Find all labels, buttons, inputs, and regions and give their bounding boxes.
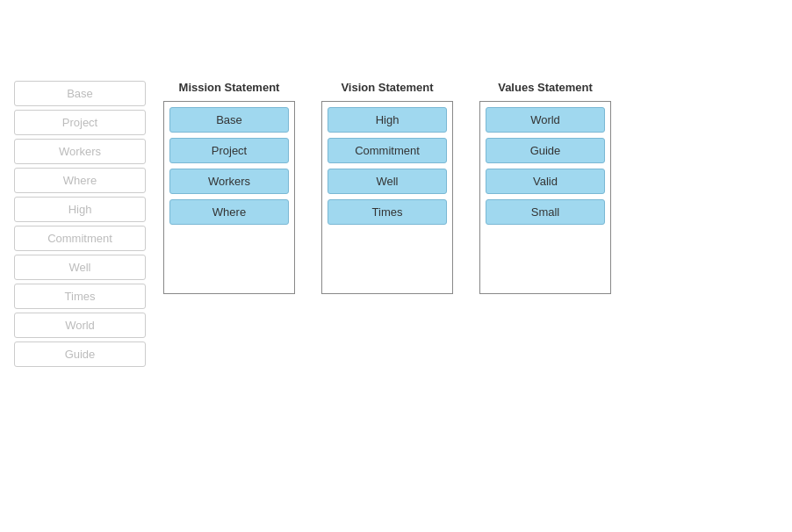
placed-term-commitment[interactable]: Commitment: [328, 138, 447, 163]
placed-term-project[interactable]: Project: [169, 138, 289, 163]
term-item-workers[interactable]: Workers: [14, 139, 146, 164]
terms-list: BaseProjectWorkersWhereHighCommitmentWel…: [14, 81, 146, 367]
term-item-guide[interactable]: Guide: [14, 341, 146, 367]
term-item-well[interactable]: Well: [14, 255, 146, 280]
placed-term-where[interactable]: Where: [169, 199, 289, 225]
drop-zone-values[interactable]: WorldGuideValidSmall: [479, 101, 611, 294]
placed-term-guide[interactable]: Guide: [486, 138, 605, 163]
drop-zone-title-values: Values Statement: [498, 81, 593, 94]
activity-area: BaseProjectWorkersWhereHighCommitmentWel…: [14, 81, 778, 367]
placed-term-high[interactable]: High: [328, 107, 447, 133]
drop-zone-container-vision: Vision StatementHighCommitmentWellTimes: [321, 81, 453, 294]
drop-zone-container-values: Values StatementWorldGuideValidSmall: [479, 81, 611, 294]
drop-zone-container-mission: Mission StatementBaseProjectWorkersWhere: [163, 81, 295, 294]
drop-zone-title-mission: Mission Statement: [179, 81, 280, 94]
placed-term-small[interactable]: Small: [486, 199, 605, 225]
term-item-high[interactable]: High: [14, 197, 146, 222]
placed-term-valid[interactable]: Valid: [486, 169, 605, 194]
placed-term-times[interactable]: Times: [328, 199, 447, 225]
term-item-times[interactable]: Times: [14, 284, 146, 309]
drop-zone-vision[interactable]: HighCommitmentWellTimes: [321, 101, 453, 294]
drop-zones: Mission StatementBaseProjectWorkersWhere…: [163, 81, 611, 294]
placed-term-workers[interactable]: Workers: [169, 169, 289, 194]
term-item-world[interactable]: World: [14, 313, 146, 338]
placed-term-world[interactable]: World: [486, 107, 605, 133]
term-item-commitment[interactable]: Commitment: [14, 226, 146, 251]
term-item-base[interactable]: Base: [14, 81, 146, 106]
drop-zone-mission[interactable]: BaseProjectWorkersWhere: [163, 101, 295, 294]
term-item-project[interactable]: Project: [14, 110, 146, 135]
term-item-where[interactable]: Where: [14, 168, 146, 193]
placed-term-base[interactable]: Base: [169, 107, 289, 133]
drop-zone-title-vision: Vision Statement: [341, 81, 433, 94]
placed-term-well[interactable]: Well: [328, 169, 447, 194]
